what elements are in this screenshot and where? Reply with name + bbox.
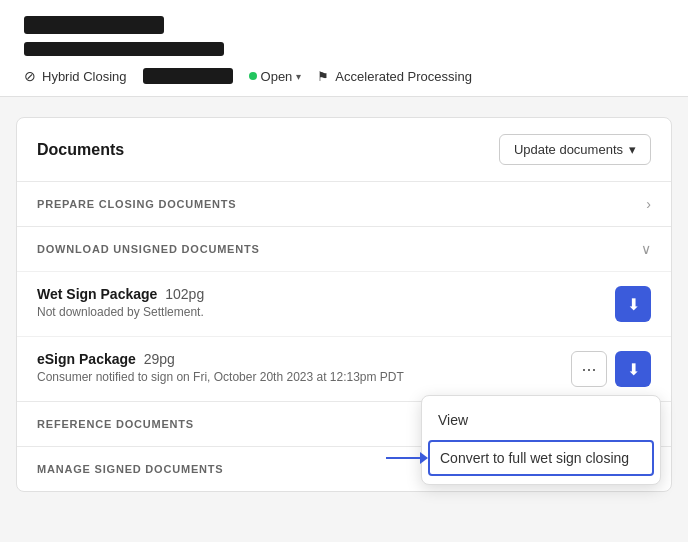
arrow-line bbox=[386, 457, 420, 459]
main-content: Documents Update documents ▾ PREPARE CLO… bbox=[0, 97, 688, 512]
esign-more-button[interactable]: ··· bbox=[571, 351, 607, 387]
download-label: DOWNLOAD UNSIGNED DOCUMENTS bbox=[37, 243, 260, 255]
documents-header: Documents Update documents ▾ bbox=[17, 118, 671, 182]
top-header: ⊘ Hybrid Closing Open ▾ ⚑ Accelerated Pr… bbox=[0, 0, 688, 97]
accel-icon: ⚑ bbox=[317, 69, 329, 84]
download-icon: ⬇ bbox=[627, 295, 640, 314]
prepare-closing-label: PREPARE CLOSING DOCUMENTS bbox=[37, 198, 236, 210]
esign-package-item: eSign Package 29pg Consumer notified to … bbox=[17, 336, 671, 401]
documents-card: Documents Update documents ▾ PREPARE CLO… bbox=[16, 117, 672, 492]
convert-label: Convert to full wet sign closing bbox=[440, 450, 629, 466]
title-block bbox=[24, 16, 664, 56]
status-bar: ⊘ Hybrid Closing Open ▾ ⚑ Accelerated Pr… bbox=[24, 68, 664, 96]
download-section-header[interactable]: DOWNLOAD UNSIGNED DOCUMENTS ∨ bbox=[17, 227, 671, 271]
open-chevron-icon: ▾ bbox=[296, 71, 301, 82]
reference-docs-label: REFERENCE DOCUMENTS bbox=[37, 418, 194, 430]
prepare-chevron-icon: › bbox=[646, 196, 651, 212]
accelerated-processing-label: Accelerated Processing bbox=[335, 69, 472, 84]
arrow-head-icon bbox=[420, 452, 428, 464]
arrow-indicator bbox=[386, 452, 428, 464]
wet-sign-download-button[interactable]: ⬇ bbox=[615, 286, 651, 322]
green-dot-icon bbox=[249, 72, 257, 80]
hybrid-closing-label: Hybrid Closing bbox=[42, 69, 127, 84]
hybrid-closing-item: ⊘ Hybrid Closing bbox=[24, 68, 127, 84]
view-option[interactable]: View bbox=[422, 402, 660, 438]
update-docs-chevron-icon: ▾ bbox=[629, 142, 636, 157]
wet-sign-actions: ⬇ bbox=[615, 286, 651, 322]
esign-dropdown-menu: View Convert to full wet sign closing bbox=[421, 395, 661, 485]
esign-actions: ··· ⬇ View Convert to full wet sign clos bbox=[571, 351, 651, 387]
wet-sign-package-name: Wet Sign Package 102pg bbox=[37, 286, 204, 302]
download-chevron-icon: ∨ bbox=[641, 241, 651, 257]
esign-status: Consumer notified to sign on Fri, Octobe… bbox=[37, 370, 404, 384]
esign-download-button[interactable]: ⬇ bbox=[615, 351, 651, 387]
esign-package-info: eSign Package 29pg Consumer notified to … bbox=[37, 351, 404, 384]
convert-option[interactable]: Convert to full wet sign closing bbox=[428, 440, 654, 476]
update-documents-button[interactable]: Update documents ▾ bbox=[499, 134, 651, 165]
update-docs-label: Update documents bbox=[514, 142, 623, 157]
manage-signed-label: MANAGE SIGNED DOCUMENTS bbox=[37, 463, 223, 475]
status-badge bbox=[143, 68, 233, 84]
accelerated-processing-item: ⚑ Accelerated Processing bbox=[317, 69, 472, 84]
subtitle-bar bbox=[24, 42, 224, 56]
esign-pages: 29pg bbox=[144, 351, 175, 367]
wet-sign-status: Not downloaded by Settlement. bbox=[37, 305, 204, 319]
title-bar bbox=[24, 16, 164, 34]
open-status[interactable]: Open ▾ bbox=[249, 69, 302, 84]
documents-title: Documents bbox=[37, 141, 124, 159]
hybrid-icon: ⊘ bbox=[24, 68, 36, 84]
download-section: DOWNLOAD UNSIGNED DOCUMENTS ∨ Wet Sign P… bbox=[17, 227, 671, 402]
prepare-closing-section[interactable]: PREPARE CLOSING DOCUMENTS › bbox=[17, 182, 671, 227]
open-label: Open bbox=[261, 69, 293, 84]
esign-package-name: eSign Package 29pg bbox=[37, 351, 404, 367]
wet-sign-package-item: Wet Sign Package 102pg Not downloaded by… bbox=[17, 271, 671, 336]
esign-download-icon: ⬇ bbox=[627, 360, 640, 379]
wet-sign-package-info: Wet Sign Package 102pg Not downloaded by… bbox=[37, 286, 204, 319]
wet-sign-pages: 102pg bbox=[165, 286, 204, 302]
